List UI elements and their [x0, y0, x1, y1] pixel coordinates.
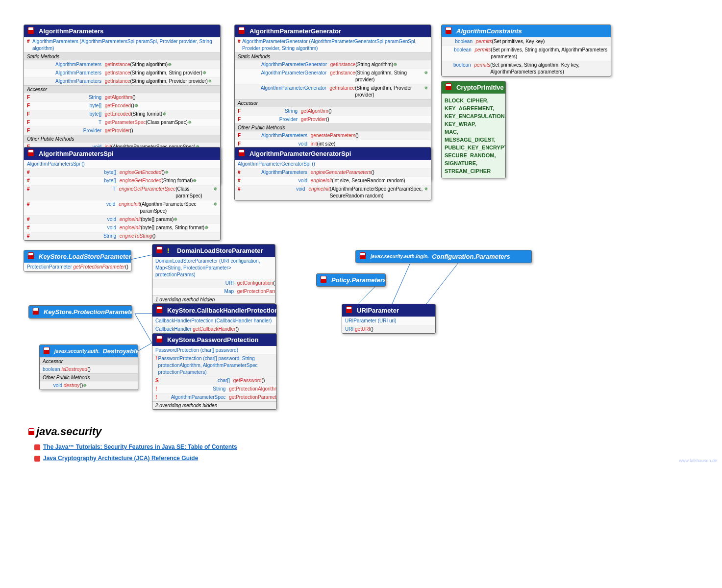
- method-row: #void engineInit (AlgorithmParameterSpec…: [24, 200, 220, 215]
- lock-icon: [239, 27, 247, 35]
- constructor: PasswordProtection (char[] password): [152, 346, 276, 354]
- class-callback-handler-protection: KeyStore.CallbackHandlerProtection Callb…: [152, 304, 277, 334]
- lock-icon: [156, 336, 164, 344]
- class-algorithm-parameters-spi: AlgorithmParametersSpi AlgorithmParamete…: [24, 147, 221, 241]
- method-row: #byte[] engineGetEncoded () ✵: [24, 168, 220, 176]
- lock-icon: [360, 252, 368, 261]
- constructor: AlgorithmParametersSpi (): [24, 160, 220, 168]
- method-row: F T getParameterSpec (Class paramSpec) ✵: [24, 118, 220, 126]
- section-static: Static Methods: [24, 52, 220, 60]
- interface-protection-parameter: KeyStore.ProtectionParameter: [28, 305, 132, 318]
- method-row: FString getAlgorithm (): [235, 107, 431, 115]
- method-row: boolean permits (Set primitives, String …: [442, 46, 611, 61]
- lock-icon: [28, 431, 36, 436]
- interface-algorithm-constraints: AlgorithmConstraints boolean permits (Se…: [441, 24, 611, 76]
- section-accessor: Accessor: [24, 85, 220, 93]
- tutorial-link[interactable]: The Java™ Tutorials: Security Features i…: [34, 443, 237, 450]
- method-row: Fbyte[] getEncoded () ✵: [24, 101, 220, 110]
- method-row: void destroy () ✵: [40, 381, 138, 390]
- method-row: AlgorithmParameters getInstance (String …: [24, 60, 220, 69]
- method-row: CallbackHandler getCallbackHandler (): [152, 325, 276, 333]
- method-row: FAlgorithmParameters generateParameters …: [235, 131, 431, 140]
- interface-destroyable: javax.security.auth.Destroyable Accessor…: [39, 344, 138, 390]
- method-row: #String engineToString (): [24, 232, 220, 240]
- lock-icon: [28, 149, 36, 158]
- section-other: Other Public Methods: [235, 123, 431, 131]
- section-static: Static Methods: [235, 52, 431, 60]
- method-row: FProvider getProvider (): [24, 126, 220, 135]
- constructor: CallbackHandlerProtection (CallbackHandl…: [152, 317, 276, 325]
- svg-line-5: [392, 260, 412, 304]
- class-title: AlgorithmParameterGenerator: [249, 27, 341, 35]
- method-row: boolean permits (Set primitives, String …: [442, 61, 611, 76]
- class-title: KeyStore.CallbackHandlerProtection: [167, 307, 277, 314]
- method-row: URI getConfiguration (): [152, 279, 275, 287]
- enum-values: BLOCK_CIPHER,KEY_AGREEMENT,KEY_ENCAPSULA…: [442, 94, 505, 178]
- method-row: boolean permits (Set primitives, Key key…: [442, 37, 611, 46]
- class-title: CryptoPrimitive: [456, 84, 504, 91]
- class-title: AlgorithmParametersSpi: [39, 150, 113, 157]
- hidden-note: 1 overriding method hidden: [152, 295, 275, 303]
- hidden-note: 2 overriding methods hidden: [152, 401, 276, 409]
- class-title: KeyStore.LoadStoreParameter: [39, 253, 131, 260]
- lock-icon: [156, 246, 164, 255]
- class-algorithm-parameter-generator-spi: AlgorithmParameterGeneratorSpi Algorithm…: [234, 147, 431, 200]
- oracle-icon: [34, 456, 40, 462]
- interface-policy-parameters: Policy.Parameters: [316, 273, 386, 287]
- package-header: java.security: [28, 425, 101, 438]
- method-row: Fbyte[] getEncoded (String format) ✵: [24, 110, 220, 118]
- class-title: Configuration.Parameters: [432, 253, 510, 260]
- class-title: AlgorithmConstraints: [456, 27, 522, 35]
- method-row: #void engineInit (AlgorithmParameterSpec…: [235, 185, 431, 200]
- method-row: #AlgorithmParameters engineGenerateParam…: [235, 168, 431, 176]
- jca-link[interactable]: Java Cryptography Architecture (JCA) Ref…: [34, 455, 198, 462]
- lock-icon: [446, 83, 453, 92]
- enum-crypto-primitive: CryptoPrimitive BLOCK_CIPHER,KEY_AGREEME…: [441, 81, 506, 178]
- method-row: # T engineGetParameterSpec (Class paramS…: [24, 185, 220, 200]
- constructor: AlgorithmParameterGeneratorSpi (): [235, 160, 431, 168]
- class-title: KeyStore.ProtectionParameter: [44, 308, 132, 316]
- method-row: Map getProtectionParams (): [152, 287, 275, 295]
- method-row: !AlgorithmParameterSpec getProtectionPar…: [152, 393, 276, 401]
- method-row: #byte[] engineGetEncoded (String format)…: [24, 176, 220, 185]
- section-accessor: Accessor: [235, 99, 431, 107]
- method-row: !String getProtectionAlgorithm (): [152, 385, 276, 393]
- section-accessor: Accessor: [40, 357, 138, 365]
- constructor: #AlgorithmParameterGenerator (AlgorithmP…: [235, 37, 431, 52]
- class-title: AlgorithmParameters: [39, 27, 103, 35]
- section-other: Other Public Methods: [40, 373, 138, 381]
- class-password-protection: KeyStore.PasswordProtection PasswordProt…: [152, 333, 277, 410]
- lock-icon: [346, 306, 354, 315]
- class-title: KeyStore.PasswordProtection: [167, 336, 258, 343]
- lock-icon: [239, 149, 247, 158]
- watermark: www.falkhausen.de: [679, 458, 717, 475]
- class-title: Policy.Parameters: [331, 276, 386, 284]
- method-row: AlgorithmParameters getInstance (String …: [24, 69, 220, 77]
- constructor: DomainLoadStoreParameter (URI configurat…: [152, 257, 275, 279]
- lock-icon: [321, 276, 328, 284]
- method-row: AlgorithmParameterGenerator getInstance …: [235, 84, 431, 99]
- method-row: FString getAlgorithm (): [24, 93, 220, 101]
- constructor: !PasswordProtection (char[] password, St…: [152, 354, 276, 376]
- section-other: Other Public Methods: [24, 135, 220, 143]
- method-row: URI getURI (): [342, 325, 435, 333]
- method-row: FProvider getProvider (): [235, 115, 431, 123]
- method-row: #void engineInit (byte[] params) ✵: [24, 215, 220, 223]
- method-row: AlgorithmParameters getInstance (String …: [24, 77, 220, 85]
- constructor: URIParameter (URI uri): [342, 317, 435, 325]
- lock-icon: [28, 27, 36, 35]
- method-row: AlgorithmParameterGenerator getInstance …: [235, 60, 431, 69]
- class-title: Destroyable: [102, 347, 138, 355]
- interface-load-store-parameter: KeyStore.LoadStoreParameter ProtectionPa…: [24, 250, 131, 271]
- lock-icon: [156, 306, 164, 315]
- lock-icon: [446, 27, 453, 35]
- class-domain-load-store-parameter: ! DomainLoadStoreParameter DomainLoadSto…: [152, 244, 275, 304]
- method-row: ProtectionParameter getProtectionParamet…: [24, 263, 131, 271]
- method-row: AlgorithmParameterGenerator getInstance …: [235, 69, 431, 84]
- class-uri-parameter: URIParameter URIParameter (URI uri) URI …: [342, 304, 436, 334]
- lock-icon: [33, 308, 41, 316]
- method-row: #void engineInit (byte[] params, String …: [24, 223, 220, 232]
- svg-line-6: [426, 260, 461, 304]
- method-row: #void engineInit (int size, SecureRandom…: [235, 176, 431, 185]
- oracle-icon: [34, 444, 40, 450]
